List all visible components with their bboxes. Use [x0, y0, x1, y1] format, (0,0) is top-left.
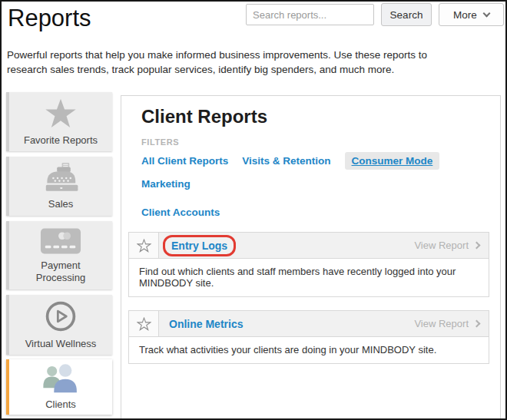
sidebar-item-sales[interactable]: Sales — [6, 157, 112, 216]
report-link-online-metrics[interactable]: Online Metrics — [169, 318, 243, 330]
chevron-down-icon — [482, 9, 490, 17]
favorite-star-button[interactable] — [129, 311, 159, 336]
more-button-label: More — [453, 9, 477, 21]
report-list: Entry Logs View Report Find out which cl… — [128, 232, 489, 364]
sidebar-item-label: Clients — [36, 399, 85, 411]
filter-all-client-reports[interactable]: All Client Reports — [141, 155, 228, 167]
more-button[interactable]: More — [439, 3, 504, 26]
filter-marketing[interactable]: Marketing — [141, 178, 191, 190]
client-reports-panel: Client Reports FILTERS All Client Report… — [121, 95, 501, 418]
clients-icon — [39, 363, 82, 394]
report-title-wrap: Entry Logs — [159, 233, 236, 258]
search-input[interactable] — [246, 4, 374, 25]
view-report-label: View Report — [414, 318, 469, 329]
page-title: Reports — [8, 5, 91, 32]
view-report-link[interactable]: View Report — [414, 240, 489, 251]
sidebar-item-label: Payment Processing — [9, 260, 112, 284]
filter-client-accounts[interactable]: Client Accounts — [141, 207, 220, 218]
sidebar-item-favorite-reports[interactable]: Favorite Reports — [6, 92, 112, 151]
view-report-link[interactable]: View Report — [414, 318, 489, 329]
chevron-right-icon — [473, 320, 481, 328]
report-item-online-metrics: Online Metrics View Report Track what ac… — [128, 310, 489, 364]
sidebar-item-virtual-wellness[interactable]: Virtual Wellness — [6, 295, 112, 355]
report-description: Find out which clients and staff members… — [129, 258, 489, 296]
sidebar-item-payment-processing[interactable]: Payment Processing — [6, 221, 112, 289]
star-outline-icon — [137, 317, 151, 331]
cash-register-icon — [41, 163, 81, 193]
sidebar-item-clients[interactable]: Clients — [6, 359, 112, 415]
play-circle-icon — [44, 299, 78, 333]
report-link-entry-logs[interactable]: Entry Logs — [171, 240, 227, 252]
search-button[interactable]: Search — [381, 3, 432, 26]
search-button-label: Search — [390, 9, 423, 21]
report-item-header: Online Metrics View Report — [129, 311, 489, 336]
star-outline-icon — [137, 239, 151, 253]
view-report-label: View Report — [414, 240, 469, 251]
chevron-right-icon — [473, 242, 481, 250]
report-item-entry-logs: Entry Logs View Report Find out which cl… — [128, 232, 489, 297]
star-icon — [44, 98, 78, 130]
favorite-star-button[interactable] — [129, 233, 159, 258]
credit-card-icon — [40, 227, 81, 255]
filter-links: All Client Reports Visits & Retention Co… — [141, 152, 486, 218]
filter-visits-retention[interactable]: Visits & Retention — [242, 155, 330, 167]
sidebar-item-label: Favorite Reports — [15, 134, 107, 147]
panel-title: Client Reports — [141, 106, 500, 127]
report-item-header: Entry Logs View Report — [129, 233, 489, 258]
report-title-wrap: Online Metrics — [159, 311, 243, 336]
sidebar-item-label: Virtual Wellness — [16, 338, 106, 350]
filter-consumer-mode[interactable]: Consumer Mode — [345, 152, 440, 170]
report-description: Track what activities your clients are d… — [129, 336, 489, 363]
annotation-highlight-oval: Entry Logs — [163, 235, 236, 256]
filters-label: FILTERS — [141, 137, 500, 147]
page-description: Powerful reports that help you make info… — [7, 48, 465, 77]
sidebar-item-label: Sales — [39, 198, 83, 210]
